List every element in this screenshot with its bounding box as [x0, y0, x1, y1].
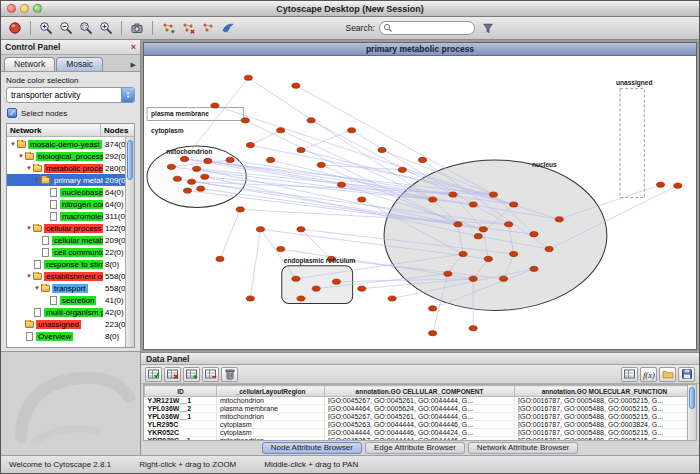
- table-cell[interactable]: cytoplasm: [217, 429, 325, 437]
- network-node[interactable]: [188, 179, 196, 184]
- network-node[interactable]: [459, 251, 467, 256]
- network-edge[interactable]: [185, 78, 249, 159]
- network-node[interactable]: [555, 217, 563, 222]
- network-node[interactable]: [418, 157, 426, 162]
- network-node[interactable]: [505, 222, 513, 227]
- tree-item-cellular-metabo[interactable]: cellular metabo209(0): [7, 234, 134, 246]
- network-node[interactable]: [449, 192, 457, 197]
- table-cell[interactable]: [GO:0016787, GO:0005488, GO:0005215, G..…: [515, 429, 695, 437]
- tree-item-nucleobase[interactable]: nucleobase64(0): [7, 186, 134, 198]
- tree-header-network[interactable]: Network: [7, 124, 101, 136]
- network-node[interactable]: [307, 118, 315, 123]
- table-cell[interactable]: YPL036W__1: [145, 413, 217, 421]
- network-edge[interactable]: [301, 130, 352, 150]
- tab-network-attribute-browser[interactable]: Network Attribute Browser: [468, 442, 578, 454]
- network-node[interactable]: [545, 246, 553, 251]
- network-node[interactable]: [241, 118, 249, 123]
- panel-float-icon[interactable]: ×: [131, 42, 136, 52]
- network-node[interactable]: [479, 227, 487, 232]
- trash-icon[interactable]: [221, 367, 238, 382]
- network-node[interactable]: [201, 174, 209, 179]
- network-node[interactable]: [337, 182, 345, 187]
- network-overview-icon[interactable]: [199, 19, 217, 37]
- close-window-button[interactable]: [7, 4, 16, 13]
- expand-arrow-icon[interactable]: ▼: [33, 177, 41, 183]
- network-edge[interactable]: [248, 78, 432, 200]
- network-node[interactable]: [292, 276, 300, 281]
- table-cell[interactable]: mitochondrion: [217, 397, 325, 405]
- network-view-title[interactable]: primary metabolic process: [144, 43, 696, 56]
- network-node[interactable]: [510, 251, 518, 256]
- tab-network[interactable]: Network: [4, 57, 55, 71]
- network-node[interactable]: [429, 197, 437, 202]
- tree-item-establishment-of-lo[interactable]: ▼establishment of lo558(0): [7, 270, 134, 282]
- tree-header-nodes[interactable]: Nodes: [101, 126, 128, 135]
- network-edge[interactable]: [250, 229, 260, 298]
- tree-scrollbar[interactable]: [125, 137, 134, 347]
- table-row[interactable]: YPL036W__2plasma membrane[GO:0044464, GO…: [145, 405, 695, 413]
- network-edge[interactable]: [215, 105, 514, 204]
- column-header-annotation-go-cellular-component[interactable]: annotation.GO CELLULAR_COMPONENT: [325, 386, 515, 397]
- table-cell[interactable]: [GO:0045263, GO:0044444, GO:0044446, G..…: [325, 421, 515, 429]
- network-node[interactable]: [398, 167, 406, 172]
- tree-item-metabolic-process[interactable]: ▼metabolic process280(0): [7, 162, 134, 174]
- tree-item-response-to-stimul[interactable]: response to stimul8(0): [7, 258, 134, 270]
- import-attributes-icon[interactable]: [659, 367, 676, 382]
- network-node[interactable]: [211, 103, 219, 108]
- destroy-view-icon[interactable]: [179, 19, 197, 37]
- network-node[interactable]: [312, 286, 320, 291]
- network-node[interactable]: [256, 227, 264, 232]
- expand-arrow-icon[interactable]: ▼: [25, 225, 33, 231]
- tab-edge-attribute-browser[interactable]: Edge Attribute Browser: [365, 442, 465, 454]
- tree-item-primary-metab[interactable]: ▼primary metab209(0): [7, 174, 134, 186]
- network-node[interactable]: [489, 192, 497, 197]
- network-node[interactable]: [297, 147, 305, 152]
- table-cell[interactable]: cytoplasm: [217, 421, 325, 429]
- table-row[interactable]: YDR039C__1mitochondrion[GO:0045267, GO:0…: [145, 437, 695, 442]
- table-cell[interactable]: [GO:0044464, GO:0005624, GO:0044444, G..…: [325, 405, 515, 413]
- table-scrollbar-thumb[interactable]: [689, 387, 695, 409]
- network-node[interactable]: [469, 276, 477, 281]
- network-node[interactable]: [277, 128, 285, 133]
- snapshot-icon[interactable]: [128, 19, 146, 37]
- tree-item-overview[interactable]: Overview8(0): [7, 330, 134, 342]
- cytoscape-logo-icon[interactable]: [6, 19, 24, 37]
- zoom-fit-icon[interactable]: [97, 19, 115, 37]
- tree-item-mosaic-demo-yeast[interactable]: ▼mosaic-demo-yeast874(0): [7, 138, 134, 150]
- table-cell[interactable]: YDR039C__1: [145, 437, 217, 442]
- network-node[interactable]: [500, 276, 508, 281]
- table-row[interactable]: YLR295Ccytoplasm[GO:0045263, GO:0044444,…: [145, 421, 695, 429]
- zoom-window-button[interactable]: [33, 4, 42, 13]
- tree-item-transport[interactable]: ▼transport558(0): [7, 282, 134, 294]
- unselect-all-attributes-icon[interactable]: [164, 367, 181, 382]
- network-node[interactable]: [444, 271, 452, 276]
- network-node[interactable]: [292, 83, 300, 88]
- network-node[interactable]: [388, 296, 396, 301]
- network-node[interactable]: [332, 279, 340, 284]
- network-node[interactable]: [469, 202, 477, 207]
- expand-arrow-icon[interactable]: ▼: [17, 153, 25, 159]
- network-edge[interactable]: [260, 229, 295, 278]
- network-node[interactable]: [429, 306, 437, 311]
- column-header-annotation-go-molecular-function[interactable]: annotation.GO MOLECULAR_FUNCTION: [515, 386, 695, 397]
- formula-builder-icon[interactable]: f(x): [640, 367, 657, 382]
- network-node[interactable]: [474, 234, 482, 239]
- network-node[interactable]: [469, 326, 477, 331]
- tree-item-unassigned[interactable]: unassigned223(0): [7, 318, 134, 330]
- network-node[interactable]: [193, 166, 201, 171]
- tree-item-secretion[interactable]: secretion41(0): [7, 294, 134, 306]
- zoom-out-icon[interactable]: [57, 19, 75, 37]
- zoom-in-icon[interactable]: [37, 19, 55, 37]
- minimize-window-button[interactable]: [20, 4, 29, 13]
- tab-mosaic[interactable]: Mosaic: [56, 57, 103, 71]
- network-node[interactable]: [297, 227, 305, 232]
- vizmapper-icon[interactable]: [219, 19, 237, 37]
- network-node[interactable]: [530, 266, 538, 271]
- search-field[interactable]: [379, 21, 475, 35]
- tab-scroll-right-icon[interactable]: ▶: [131, 61, 140, 71]
- tree-scrollbar-thumb[interactable]: [127, 140, 133, 180]
- network-node[interactable]: [297, 296, 305, 301]
- tree-item-biological-process[interactable]: ▼biological_process292(0): [7, 150, 134, 162]
- table-cell[interactable]: YLR295C: [145, 421, 217, 429]
- table-cell[interactable]: plasma membrane: [217, 405, 325, 413]
